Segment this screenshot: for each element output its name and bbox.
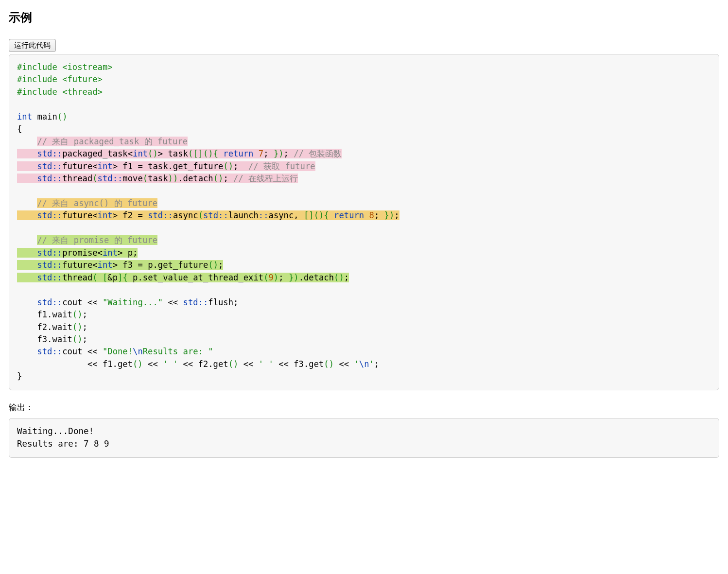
code-token: ;	[344, 273, 349, 282]
code-token: ()	[72, 334, 83, 344]
code-indent	[17, 174, 37, 183]
code-token: [](){	[304, 210, 329, 220]
code-token: p	[113, 273, 118, 282]
code-indent	[17, 297, 37, 307]
code-token: int	[98, 260, 113, 270]
code-token: std	[37, 297, 52, 307]
code-token: int	[133, 149, 148, 158]
code-token: .detach	[178, 174, 213, 183]
code-indent	[17, 137, 37, 146]
code-token: ::	[52, 297, 62, 307]
code-token: ]{	[118, 273, 128, 282]
code-indent	[17, 210, 37, 220]
code-token: future	[62, 260, 92, 270]
code-token: <<	[178, 359, 198, 369]
code-token: f2.get	[198, 359, 228, 369]
code-token: std	[37, 347, 52, 356]
code-token: )	[173, 174, 178, 183]
code-token: f3.get	[294, 359, 324, 369]
code-token: \n	[359, 359, 369, 369]
code-token: =	[138, 161, 142, 171]
code-token: int	[17, 112, 32, 122]
code-token: std	[37, 161, 52, 171]
code-token: future	[62, 161, 92, 171]
code-token: std	[143, 210, 163, 220]
code-token: ()	[334, 273, 344, 282]
code-token: p.set_value_at_thread_exit	[128, 273, 263, 282]
code-token: task	[148, 174, 168, 183]
code-token: Results are: "	[143, 347, 213, 356]
code-token: ()	[72, 322, 83, 332]
code-comment: // 来自 async() 的 future	[37, 198, 157, 208]
run-code-button[interactable]: 运行此代码	[9, 39, 56, 52]
code-token: ;	[83, 322, 87, 332]
code-indent	[17, 149, 37, 158]
code-token: ::	[163, 210, 173, 220]
code-token: )	[278, 149, 283, 158]
code-token: <<	[143, 359, 163, 369]
code-token: '	[369, 359, 374, 369]
code-token: >	[158, 149, 163, 158]
code-indent	[17, 334, 37, 344]
code-indent	[17, 235, 37, 245]
code-comment: // 获取 future	[238, 161, 315, 171]
code-token: main	[32, 112, 57, 122]
code-token: ()	[133, 359, 143, 369]
code-token: =	[138, 210, 142, 220]
code-token: (	[198, 210, 203, 220]
code-token: ,	[294, 210, 304, 220]
code-indent	[17, 310, 37, 319]
code-token: ::	[113, 174, 123, 183]
code-token: }	[269, 149, 279, 158]
code-token: 9	[268, 273, 273, 282]
code-indent	[17, 260, 37, 270]
code-token: }	[284, 273, 294, 282]
code-token: ::	[52, 260, 62, 270]
code-token: }	[17, 371, 22, 381]
code-token: ;	[284, 149, 289, 158]
code-token: <	[92, 260, 97, 270]
code-token: ;	[133, 248, 138, 258]
code-token: ;	[233, 161, 238, 171]
code-token: std	[98, 174, 113, 183]
code-token: promise	[62, 248, 97, 258]
highlight-packaged-task: // 来自 packaged_task 的 future std::packag…	[17, 137, 342, 183]
code-token: )	[294, 273, 298, 282]
code-token: cout	[62, 297, 82, 307]
code-token: task	[163, 149, 188, 158]
code-token: int	[98, 161, 113, 171]
code-token: ' '	[163, 359, 178, 369]
code-token: .detach	[299, 273, 334, 282]
code-token: future	[62, 210, 92, 220]
code-token: ' '	[259, 359, 274, 369]
program-output: Waiting...Done! Results are: 7 8 9	[9, 418, 719, 458]
code-token: <	[98, 248, 103, 258]
code-token: ;	[233, 297, 238, 307]
code-token: ;	[223, 174, 228, 183]
code-token: [	[98, 273, 108, 282]
code-token: (	[263, 273, 268, 282]
example-heading: 示例	[9, 10, 719, 25]
code-token: <<	[274, 359, 294, 369]
code-token: "Done!	[103, 347, 133, 356]
code-token: ()	[208, 260, 218, 270]
code-token: {	[17, 124, 22, 134]
code-comment: // 来自 promise 的 future	[37, 235, 157, 245]
code-example: #include <iostream> #include <future> #i…	[9, 54, 719, 390]
code-token: ::	[259, 210, 269, 220]
code-token: <<	[238, 359, 258, 369]
code-token: return	[329, 210, 369, 220]
code-token: f2.wait	[37, 322, 72, 332]
code-token: ;	[83, 310, 87, 319]
code-token: &	[107, 273, 112, 282]
code-token: thread	[62, 273, 92, 282]
code-token: (	[92, 174, 97, 183]
code-line: #include <iostream>	[17, 62, 113, 72]
code-comment: // 在线程上运行	[228, 174, 298, 183]
code-token: ()	[228, 359, 239, 369]
code-token: ::	[218, 210, 228, 220]
highlight-async: // 来自 async() 的 future std::future<int> …	[17, 198, 399, 220]
code-token: <	[128, 149, 133, 158]
code-indent	[17, 248, 37, 258]
code-token: <<	[83, 297, 103, 307]
